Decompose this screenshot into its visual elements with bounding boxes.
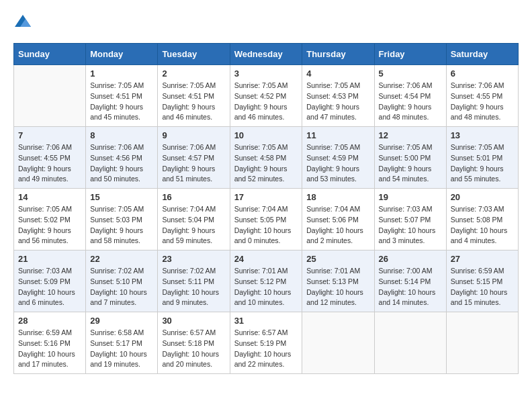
- calendar-cell: 5 Sunrise: 7:06 AMSunset: 4:54 PMDayligh…: [374, 65, 446, 127]
- calendar-week-1: 1 Sunrise: 7:05 AMSunset: 4:51 PMDayligh…: [14, 65, 519, 127]
- calendar-cell: 2 Sunrise: 7:05 AMSunset: 4:51 PMDayligh…: [158, 65, 230, 127]
- day-number: 12: [379, 130, 442, 140]
- day-info: Sunrise: 7:01 AMSunset: 5:12 PMDaylight:…: [234, 266, 298, 308]
- day-info: Sunrise: 7:05 AMSunset: 4:53 PMDaylight:…: [306, 81, 369, 123]
- calendar-cell: 4 Sunrise: 7:05 AMSunset: 4:53 PMDayligh…: [302, 65, 374, 127]
- day-number: 29: [90, 316, 153, 326]
- day-info: Sunrise: 6:59 AMSunset: 5:15 PMDaylight:…: [451, 266, 514, 308]
- calendar-cell: 10 Sunrise: 7:05 AMSunset: 4:58 PMDaylig…: [230, 127, 302, 189]
- day-number: 26: [379, 254, 442, 264]
- day-number: 14: [18, 192, 81, 202]
- day-number: 28: [18, 316, 81, 326]
- day-info: Sunrise: 7:01 AMSunset: 5:13 PMDaylight:…: [306, 266, 369, 308]
- calendar-cell: 18 Sunrise: 7:04 AMSunset: 5:06 PMDaylig…: [302, 189, 374, 250]
- calendar-cell: 9 Sunrise: 7:06 AMSunset: 4:57 PMDayligh…: [158, 127, 230, 189]
- calendar-cell: 17 Sunrise: 7:04 AMSunset: 5:05 PMDaylig…: [230, 189, 302, 250]
- calendar-week-2: 7 Sunrise: 7:06 AMSunset: 4:55 PMDayligh…: [14, 127, 519, 189]
- calendar-cell: 28 Sunrise: 6:59 AMSunset: 5:16 PMDaylig…: [14, 312, 86, 374]
- calendar-cell: [14, 65, 86, 127]
- day-info: Sunrise: 7:04 AMSunset: 5:04 PMDaylight:…: [162, 204, 225, 246]
- day-info: Sunrise: 7:06 AMSunset: 4:55 PMDaylight:…: [18, 142, 81, 185]
- day-info: Sunrise: 7:04 AMSunset: 5:06 PMDaylight:…: [306, 204, 369, 246]
- day-number: 1: [90, 68, 153, 79]
- day-number: 24: [234, 254, 298, 264]
- day-header-sunday: Sunday: [14, 44, 86, 65]
- day-header-thursday: Thursday: [302, 44, 374, 65]
- day-info: Sunrise: 7:03 AMSunset: 5:08 PMDaylight:…: [451, 204, 514, 246]
- calendar-week-5: 28 Sunrise: 6:59 AMSunset: 5:16 PMDaylig…: [14, 312, 519, 374]
- day-number: 30: [162, 316, 225, 326]
- calendar-cell: 23 Sunrise: 7:02 AMSunset: 5:11 PMDaylig…: [158, 250, 230, 312]
- day-number: 16: [162, 192, 225, 202]
- calendar-cell: 1 Sunrise: 7:05 AMSunset: 4:51 PMDayligh…: [86, 65, 158, 127]
- day-info: Sunrise: 7:02 AMSunset: 5:10 PMDaylight:…: [90, 266, 153, 308]
- logo-icon: [13, 13, 32, 32]
- day-info: Sunrise: 7:05 AMSunset: 5:03 PMDaylight:…: [90, 204, 153, 246]
- day-info: Sunrise: 7:05 AMSunset: 5:02 PMDaylight:…: [18, 204, 81, 246]
- day-info: Sunrise: 7:05 AMSunset: 4:51 PMDaylight:…: [162, 81, 225, 123]
- day-header-wednesday: Wednesday: [230, 44, 302, 65]
- calendar-cell: 27 Sunrise: 6:59 AMSunset: 5:15 PMDaylig…: [446, 250, 518, 312]
- day-number: 20: [451, 192, 514, 202]
- day-info: Sunrise: 7:03 AMSunset: 5:09 PMDaylight:…: [18, 266, 81, 308]
- day-info: Sunrise: 6:57 AMSunset: 5:19 PMDaylight:…: [234, 328, 298, 370]
- calendar-cell: 24 Sunrise: 7:01 AMSunset: 5:12 PMDaylig…: [230, 250, 302, 312]
- calendar-cell: 14 Sunrise: 7:05 AMSunset: 5:02 PMDaylig…: [14, 189, 86, 250]
- day-number: 17: [234, 192, 298, 202]
- day-number: 25: [306, 254, 369, 264]
- calendar-cell: 29 Sunrise: 6:58 AMSunset: 5:17 PMDaylig…: [86, 312, 158, 374]
- calendar-cell: 12 Sunrise: 7:05 AMSunset: 5:00 PMDaylig…: [374, 127, 446, 189]
- day-header-saturday: Saturday: [446, 44, 518, 65]
- day-number: 6: [451, 68, 514, 79]
- day-info: Sunrise: 7:03 AMSunset: 5:07 PMDaylight:…: [379, 204, 442, 246]
- calendar-cell: [374, 312, 446, 374]
- calendar-cell: 31 Sunrise: 6:57 AMSunset: 5:19 PMDaylig…: [230, 312, 302, 374]
- day-info: Sunrise: 7:06 AMSunset: 4:56 PMDaylight:…: [90, 142, 153, 185]
- day-info: Sunrise: 7:05 AMSunset: 4:58 PMDaylight:…: [234, 142, 298, 185]
- day-info: Sunrise: 7:00 AMSunset: 5:14 PMDaylight:…: [379, 266, 442, 308]
- calendar-cell: 30 Sunrise: 6:57 AMSunset: 5:18 PMDaylig…: [158, 312, 230, 374]
- day-number: 27: [451, 254, 514, 264]
- calendar-cell: 6 Sunrise: 7:06 AMSunset: 4:55 PMDayligh…: [446, 65, 518, 127]
- calendar-header-row: SundayMondayTuesdayWednesdayThursdayFrid…: [14, 44, 519, 65]
- day-header-monday: Monday: [86, 44, 158, 65]
- day-info: Sunrise: 7:06 AMSunset: 4:57 PMDaylight:…: [162, 142, 225, 185]
- day-info: Sunrise: 6:59 AMSunset: 5:16 PMDaylight:…: [18, 328, 81, 370]
- day-number: 15: [90, 192, 153, 202]
- calendar-cell: 7 Sunrise: 7:06 AMSunset: 4:55 PMDayligh…: [14, 127, 86, 189]
- calendar-cell: 3 Sunrise: 7:05 AMSunset: 4:52 PMDayligh…: [230, 65, 302, 127]
- day-number: 22: [90, 254, 153, 264]
- day-info: Sunrise: 7:05 AMSunset: 5:00 PMDaylight:…: [379, 142, 442, 185]
- day-number: 31: [234, 316, 298, 326]
- page-header: [13, 13, 519, 32]
- day-header-friday: Friday: [374, 44, 446, 65]
- day-info: Sunrise: 7:04 AMSunset: 5:05 PMDaylight:…: [234, 204, 298, 246]
- calendar-table: SundayMondayTuesdayWednesdayThursdayFrid…: [13, 43, 519, 374]
- calendar-cell: 19 Sunrise: 7:03 AMSunset: 5:07 PMDaylig…: [374, 189, 446, 250]
- day-info: Sunrise: 6:57 AMSunset: 5:18 PMDaylight:…: [162, 328, 225, 370]
- day-number: 3: [234, 68, 298, 79]
- day-number: 5: [379, 68, 442, 79]
- calendar-cell: 16 Sunrise: 7:04 AMSunset: 5:04 PMDaylig…: [158, 189, 230, 250]
- calendar-cell: 13 Sunrise: 7:05 AMSunset: 5:01 PMDaylig…: [446, 127, 518, 189]
- calendar-cell: 26 Sunrise: 7:00 AMSunset: 5:14 PMDaylig…: [374, 250, 446, 312]
- day-number: 21: [18, 254, 81, 264]
- day-info: Sunrise: 7:05 AMSunset: 4:59 PMDaylight:…: [306, 142, 369, 185]
- day-header-tuesday: Tuesday: [158, 44, 230, 65]
- calendar-week-4: 21 Sunrise: 7:03 AMSunset: 5:09 PMDaylig…: [14, 250, 519, 312]
- day-info: Sunrise: 7:05 AMSunset: 4:52 PMDaylight:…: [234, 81, 298, 123]
- calendar-week-3: 14 Sunrise: 7:05 AMSunset: 5:02 PMDaylig…: [14, 189, 519, 250]
- day-number: 4: [306, 68, 369, 79]
- day-number: 2: [162, 68, 225, 79]
- day-info: Sunrise: 7:05 AMSunset: 4:51 PMDaylight:…: [90, 81, 153, 123]
- day-info: Sunrise: 7:06 AMSunset: 4:55 PMDaylight:…: [451, 81, 514, 123]
- calendar-cell: 11 Sunrise: 7:05 AMSunset: 4:59 PMDaylig…: [302, 127, 374, 189]
- calendar-cell: 8 Sunrise: 7:06 AMSunset: 4:56 PMDayligh…: [86, 127, 158, 189]
- day-number: 23: [162, 254, 225, 264]
- calendar-cell: 20 Sunrise: 7:03 AMSunset: 5:08 PMDaylig…: [446, 189, 518, 250]
- day-info: Sunrise: 7:02 AMSunset: 5:11 PMDaylight:…: [162, 266, 225, 308]
- calendar-cell: 22 Sunrise: 7:02 AMSunset: 5:10 PMDaylig…: [86, 250, 158, 312]
- calendar-cell: 21 Sunrise: 7:03 AMSunset: 5:09 PMDaylig…: [14, 250, 86, 312]
- day-info: Sunrise: 7:05 AMSunset: 5:01 PMDaylight:…: [451, 142, 514, 185]
- calendar-cell: 25 Sunrise: 7:01 AMSunset: 5:13 PMDaylig…: [302, 250, 374, 312]
